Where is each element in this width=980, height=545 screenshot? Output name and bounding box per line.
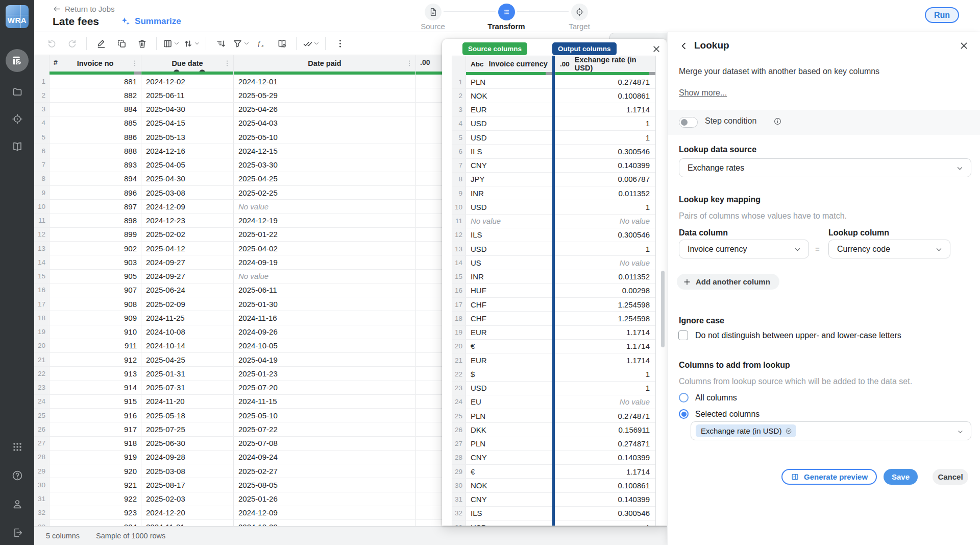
- table-row[interactable]: 159052024-09-27No value: [34, 270, 442, 283]
- table-row[interactable]: 98962025-03-082025-02-25: [34, 186, 442, 200]
- panel-close-icon[interactable]: [959, 41, 969, 51]
- table-row[interactable]: 88942025-04-302025-04-25: [34, 172, 442, 186]
- table-row[interactable]: 48852025-04-152025-04-03: [34, 116, 442, 130]
- table-row[interactable]: 149032024-09-272024-09-19: [34, 255, 442, 269]
- table-row[interactable]: 199102024-10-082024-09-26: [34, 325, 442, 339]
- table-row[interactable]: 189092024-11-252024-11-16: [34, 311, 442, 325]
- table-row[interactable]: 118982024-12-232024-12-19: [34, 214, 442, 228]
- source-column-header[interactable]: AbcInvoice currency: [466, 56, 553, 75]
- table-row[interactable]: 249152024-11-202024-11-15: [34, 395, 442, 409]
- step-label-target[interactable]: Target: [551, 22, 607, 31]
- step-transform[interactable]: [498, 4, 515, 20]
- panel-back-icon[interactable]: [679, 41, 689, 51]
- cancel-button[interactable]: Cancel: [933, 469, 968, 485]
- nav-apps[interactable]: [9, 438, 26, 455]
- column-header-due-date[interactable]: Due date: [141, 55, 234, 75]
- toolbar-divider: [156, 37, 157, 50]
- nav-jobs[interactable]: [9, 110, 26, 127]
- add-another-column-button[interactable]: Add another column: [677, 274, 779, 290]
- sort-rows-button[interactable]: [210, 35, 231, 52]
- step-target[interactable]: [571, 4, 588, 20]
- chip-remove-icon[interactable]: [785, 428, 792, 435]
- nav-profile[interactable]: [9, 495, 26, 512]
- table-row[interactable]: 18812024-12-022024-12-01: [34, 75, 442, 88]
- lookup-button[interactable]: [272, 35, 292, 52]
- step-condition-toggle[interactable]: [679, 117, 698, 128]
- output-column-header[interactable]: .00Exchange rate (in USD): [555, 56, 656, 75]
- nav-logout[interactable]: [9, 524, 26, 541]
- nav-library[interactable]: [9, 138, 26, 155]
- column-menu-icon[interactable]: [223, 59, 231, 67]
- column-menu-icon[interactable]: [131, 59, 139, 67]
- undo-button[interactable]: [41, 35, 62, 52]
- validate-button[interactable]: [301, 35, 321, 52]
- table-row[interactable]: 38842025-04-302025-04-26: [34, 103, 442, 116]
- table-row[interactable]: 259162025-05-182025-05-10: [34, 409, 442, 422]
- delete-button[interactable]: [132, 35, 152, 52]
- step-label-source[interactable]: Source: [405, 22, 461, 31]
- table-row[interactable]: 329232024-12-202024-12-09: [34, 506, 442, 520]
- column-header-date-paid[interactable]: Date paid: [234, 55, 416, 75]
- generate-preview-button[interactable]: Generate preview: [781, 469, 877, 485]
- table-row[interactable]: 68882024-12-162024-12-15: [34, 144, 442, 158]
- popup-close-icon[interactable]: [652, 44, 661, 54]
- table-row[interactable]: 229132025-01-312025-01-23: [34, 367, 442, 381]
- lookup-column-select[interactable]: Currency code: [828, 240, 950, 258]
- table-row[interactable]: 78932025-04-052025-03-30: [34, 158, 442, 172]
- table-row[interactable]: 309212025-08-172025-08-05: [34, 478, 442, 492]
- summarize-button[interactable]: Summarize: [120, 16, 181, 27]
- table-row[interactable]: 239142025-07-312025-07-20: [34, 381, 442, 395]
- filter-button[interactable]: [231, 35, 251, 52]
- table-row[interactable]: 139022025-04-122025-04-02: [34, 242, 442, 255]
- table-row[interactable]: 279182025-06-302025-07-08: [34, 437, 442, 451]
- cell-invoice-no: 911: [50, 339, 141, 352]
- info-icon[interactable]: [773, 117, 782, 126]
- column-header-partial[interactable]: .00: [416, 55, 442, 75]
- edit-button[interactable]: [91, 35, 111, 52]
- table-row[interactable]: 299202025-03-082025-02-27: [34, 464, 442, 478]
- column-header-invoice-no[interactable]: # Invoice no: [50, 55, 141, 75]
- selected-columns-option[interactable]: Selected columns: [679, 409, 760, 419]
- data-column-select[interactable]: Invoice currency: [679, 240, 809, 258]
- table-row[interactable]: 28822025-06-112025-05-29: [34, 88, 442, 102]
- selected-columns-radio[interactable]: [679, 409, 689, 419]
- ignore-case-checkbox[interactable]: [678, 330, 688, 340]
- table-row[interactable]: 319222025-02-032025-01-26: [34, 492, 442, 506]
- table-row[interactable]: 179082025-02-092025-01-30: [34, 297, 442, 311]
- sort-button[interactable]: [181, 35, 202, 52]
- nav-datasets[interactable]: [9, 83, 26, 100]
- duplicate-button[interactable]: [111, 35, 132, 52]
- formula-button[interactable]: fx: [251, 35, 272, 52]
- all-columns-option[interactable]: All columns: [679, 393, 737, 402]
- cell-date-paid: 2025-05-10: [234, 409, 416, 422]
- step-label-transform[interactable]: Transform: [478, 22, 534, 31]
- more-button[interactable]: [330, 35, 350, 52]
- cell-partial: [416, 506, 442, 519]
- lookup-data-source-select[interactable]: Exchange rates: [679, 158, 971, 177]
- save-button[interactable]: Save: [884, 469, 918, 485]
- table-row[interactable]: 209112024-10-142024-10-05: [34, 339, 442, 353]
- cell-due-date: 2024-12-16: [141, 144, 234, 157]
- redo-button[interactable]: [62, 35, 82, 52]
- step-source[interactable]: [425, 4, 442, 20]
- all-columns-radio[interactable]: [679, 393, 689, 402]
- cell-due-date: 2025-02-02: [141, 228, 234, 241]
- show-more-link[interactable]: Show more...: [679, 88, 727, 98]
- return-to-jobs-link[interactable]: Return to Jobs: [53, 5, 115, 13]
- table-row[interactable]: 108972024-12-09No value: [34, 200, 442, 214]
- table-row[interactable]: 169072025-06-242025-06-11: [34, 283, 442, 297]
- table-row[interactable]: 269172025-07-252025-07-22: [34, 422, 442, 436]
- column-menu-icon[interactable]: [405, 59, 413, 67]
- table-row[interactable]: 339242024-11-012024-10-29: [34, 520, 442, 526]
- run-button[interactable]: Run: [925, 7, 959, 23]
- selected-columns-select[interactable]: Exchange rate (in USD): [691, 421, 971, 440]
- table-row[interactable]: 128992025-02-022025-01-22: [34, 228, 442, 242]
- nav-wrangle[interactable]: [6, 49, 29, 72]
- table-row[interactable]: 289192024-09-282024-09-24: [34, 451, 442, 464]
- nav-help[interactable]: [9, 467, 26, 484]
- table-row[interactable]: 58862025-05-132025-05-10: [34, 130, 442, 144]
- table-row[interactable]: 219122025-04-252025-04-19: [34, 353, 442, 367]
- popup-scrollbar-thumb[interactable]: [661, 271, 665, 347]
- columns-button[interactable]: [161, 35, 181, 52]
- app-logo[interactable]: WRA: [6, 5, 29, 28]
